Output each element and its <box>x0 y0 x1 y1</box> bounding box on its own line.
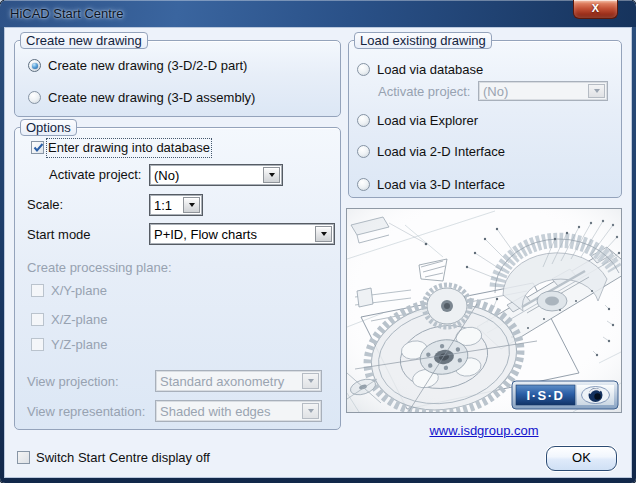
dropdown-arrow-button[interactable] <box>263 167 280 183</box>
dropdown-arrow-button[interactable] <box>315 226 332 242</box>
radio-load-3d-interface[interactable] <box>357 178 370 191</box>
view-projection-select: Standard axonometry <box>155 370 322 392</box>
cad-preview-image: I·S·D <box>346 208 622 413</box>
load-existing-drawing-group-label: Load existing drawing <box>354 32 492 49</box>
chevron-down-icon <box>308 379 314 383</box>
radio-load-explorer[interactable] <box>357 114 370 127</box>
create-new-drawing-group-label: Create new drawing <box>20 32 148 49</box>
isd-logo-text: I·S·D <box>527 388 565 403</box>
scale-value: 1:1 <box>150 198 183 213</box>
view-representation-value: Shaded with edges <box>156 404 302 419</box>
create-new-drawing-group: Create new drawing Create new drawing (3… <box>14 40 341 117</box>
chevron-down-icon <box>321 232 327 236</box>
load-activate-project-select: (No) <box>478 81 608 101</box>
checkbox-xy-plane <box>31 284 44 297</box>
load-existing-drawing-group: Load existing drawing Load via database … <box>348 40 622 198</box>
view-representation-select: Shaded with edges <box>155 400 322 422</box>
window-title: HiCAD Start Centre <box>10 6 123 21</box>
title-bar[interactable]: HiCAD Start Centre <box>0 0 636 27</box>
scale-select[interactable]: 1:1 <box>149 194 203 216</box>
view-projection-label: View projection: <box>27 374 119 390</box>
chevron-down-icon <box>594 89 600 93</box>
radio-load-explorer-label[interactable]: Load via Explorer <box>377 113 478 129</box>
scale-label: Scale: <box>27 197 63 213</box>
check-icon <box>32 141 45 154</box>
hicad-start-centre-dialog: HiCAD Start Centre X Create new drawing … <box>0 0 636 483</box>
start-mode-select[interactable]: P+ID, Flow charts <box>149 223 335 245</box>
view-projection-value: Standard axonometry <box>156 374 302 389</box>
close-button[interactable]: X <box>573 0 618 19</box>
options-group: Options Enter drawing into database Acti… <box>14 127 341 430</box>
view-representation-label: View representation: <box>27 404 145 420</box>
radio-load-3d-interface-label[interactable]: Load via 3-D Interface <box>377 177 505 193</box>
checkbox-yz-plane <box>31 338 44 351</box>
checkbox-enter-database-label[interactable]: Enter drawing into database <box>48 140 210 156</box>
dropdown-arrow-button <box>302 373 319 389</box>
checkbox-enter-database[interactable] <box>31 141 44 154</box>
checkbox-switch-start-centre-off-label[interactable]: Switch Start Centre display off <box>36 450 210 466</box>
radio-create-part[interactable] <box>28 59 41 72</box>
load-activate-project-label: Activate project: <box>378 84 471 100</box>
ok-button-label: OK <box>572 450 591 465</box>
radio-create-assembly[interactable] <box>28 91 41 104</box>
dropdown-arrow-button <box>302 403 319 419</box>
radio-load-2d-interface-label[interactable]: Load via 2-D Interface <box>377 144 505 160</box>
checkbox-switch-start-centre-off[interactable] <box>17 451 30 464</box>
activate-project-label: Activate project: <box>49 167 142 183</box>
isd-logo: I·S·D <box>512 381 618 409</box>
processing-plane-label: Create processing plane: <box>27 260 172 276</box>
activate-project-value: (No) <box>150 168 263 183</box>
checkbox-xy-plane-label: X/Y-plane <box>51 283 107 299</box>
dropdown-arrow-button <box>588 84 605 98</box>
chevron-down-icon <box>308 409 314 413</box>
isd-eye-icon <box>582 387 610 404</box>
radio-load-database[interactable] <box>357 63 370 76</box>
ok-button[interactable]: OK <box>546 446 617 471</box>
load-activate-project-value: (No) <box>479 84 588 99</box>
cad-gears-drawing: I·S·D <box>347 209 621 412</box>
start-mode-label: Start mode <box>27 227 91 243</box>
isdgroup-website-link[interactable]: www.isdgroup.com <box>429 423 538 438</box>
checkbox-yz-plane-label: Y/Z-plane <box>51 337 107 353</box>
close-icon: X <box>592 2 599 14</box>
options-group-label: Options <box>20 119 77 136</box>
radio-load-2d-interface[interactable] <box>357 145 370 158</box>
radio-load-database-label[interactable]: Load via database <box>377 62 483 78</box>
radio-create-assembly-label[interactable]: Create new drawing (3-D assembly) <box>48 90 255 106</box>
start-mode-value: P+ID, Flow charts <box>150 227 315 242</box>
radio-create-part-label[interactable]: Create new drawing (3-D/2-D part) <box>48 58 247 74</box>
checkbox-xz-plane <box>31 313 44 326</box>
activate-project-select[interactable]: (No) <box>149 164 283 186</box>
checkbox-xz-plane-label: X/Z-plane <box>51 312 107 328</box>
chevron-down-icon <box>269 173 275 177</box>
dropdown-arrow-button[interactable] <box>183 197 200 213</box>
chevron-down-icon <box>189 203 195 207</box>
